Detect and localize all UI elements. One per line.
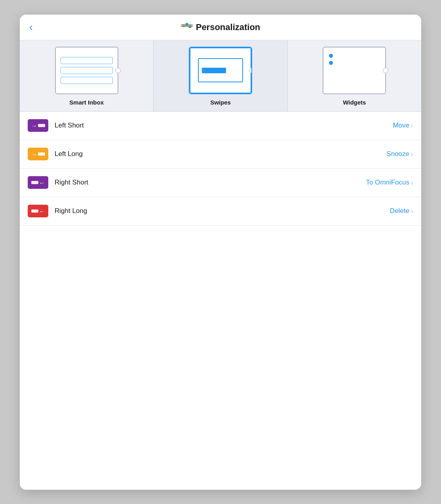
- preview-row-3: [61, 77, 113, 84]
- tab-swipes-label: Swipes: [210, 99, 231, 106]
- swipe-item-right-short[interactable]: ← Right Short To OmniFocus ›: [20, 169, 421, 197]
- page-title: Personalization: [196, 22, 260, 32]
- right-short-chevron: ›: [411, 179, 413, 187]
- smart-inbox-preview: [55, 47, 118, 94]
- tab-row: Smart Inbox Swipes: [20, 40, 421, 112]
- swipes-preview: [189, 47, 252, 94]
- personalization-icon: [181, 22, 193, 33]
- tab-smart-inbox-label: Smart Inbox: [69, 99, 104, 106]
- right-long-chevron: ›: [411, 207, 413, 215]
- header: ‹ Personalization: [20, 15, 421, 40]
- smart-inbox-rows: [61, 57, 113, 84]
- back-button[interactable]: ‹: [29, 21, 33, 33]
- right-short-icon: ←: [28, 176, 48, 189]
- right-long-icon: ←: [28, 205, 48, 217]
- left-short-label: Left Short: [55, 122, 393, 129]
- tab-widgets[interactable]: Widgets: [288, 40, 421, 111]
- swipes-blue-bar: [202, 68, 226, 73]
- widget-dot-2: [329, 61, 333, 65]
- left-long-label: Left Long: [55, 150, 386, 158]
- left-long-action: Snooze: [386, 150, 409, 158]
- preview-row-1: [61, 57, 113, 64]
- tab-swipes[interactable]: Swipes: [154, 40, 287, 111]
- tab-widgets-label: Widgets: [343, 99, 366, 106]
- widget-dot-1: [329, 54, 333, 58]
- left-short-chevron: ›: [411, 122, 413, 130]
- swipe-item-left-long[interactable]: → Left Long Snooze ›: [20, 140, 421, 169]
- right-short-label: Right Short: [55, 179, 366, 186]
- tab-smart-inbox[interactable]: Smart Inbox: [20, 40, 154, 111]
- right-long-label: Right Long: [55, 207, 390, 215]
- left-short-icon: →: [28, 119, 48, 132]
- widgets-knob: [383, 68, 388, 73]
- swipe-item-left-short[interactable]: → Left Short Move ›: [20, 112, 421, 140]
- left-long-icon: →: [28, 148, 48, 160]
- right-long-action: Delete: [390, 207, 409, 215]
- widgets-preview: [323, 47, 386, 94]
- right-short-action: To OmniFocus: [366, 179, 409, 186]
- app-window: ‹ Personalization: [20, 15, 421, 490]
- preview-row-2: [61, 67, 113, 74]
- swipe-item-right-long[interactable]: ← Right Long Delete ›: [20, 197, 421, 226]
- smart-inbox-knob: [115, 68, 121, 73]
- left-short-action: Move: [393, 122, 409, 129]
- swipe-list: → Left Short Move › → Left Long Snooze ›…: [20, 112, 421, 490]
- left-long-chevron: ›: [411, 150, 413, 158]
- swipes-knob: [249, 68, 252, 73]
